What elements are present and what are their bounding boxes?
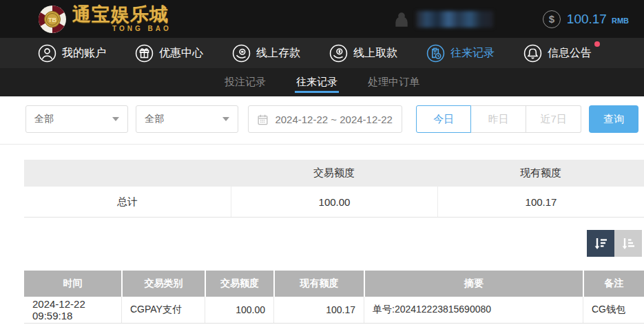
search-button[interactable]: 查询 [589,105,638,133]
user-icon [38,44,56,63]
records-table-header: 时间 交易类别 交易额度 现有额度 摘要 备注 [24,271,644,297]
avatar-icon [393,10,411,28]
yesterday-button[interactable]: 昨日 [471,105,526,133]
main-nav: 我的账户 优惠中心 线上存款 [0,38,644,68]
poker-chip-logo-icon: TB [38,5,67,34]
site-logo[interactable]: TB 通宝娱乐城 TONG BAO [38,5,172,34]
nav-item-deposit[interactable]: 线上存款 [232,44,300,63]
svg-text:TB: TB [48,17,56,23]
balance-amount: 100.17 [567,12,607,27]
nav-label: 优惠中心 [159,46,203,61]
cell-time: 2024-12-22 09:59:18 [24,297,121,323]
summary-table-header: 交易额度 现有额度 [24,160,644,187]
sort-ascending-icon [620,235,636,252]
sort-controls [0,230,642,257]
logo-name-en: TONG BAO [112,25,172,32]
tab-processing-orders[interactable]: 处理中订单 [368,68,419,96]
sort-descending-button[interactable] [587,230,614,257]
table-row: 2024-12-22 09:59:18 CGPAY支付 100.00 100.1… [24,297,644,324]
summary-total-row: 总计 100.00 100.17 [24,187,644,218]
sort-descending-icon [592,235,609,252]
nav-item-transaction-records[interactable]: 往来记录 [426,44,495,63]
quick-date-buttons: 今日 昨日 近7日 [416,105,581,133]
today-button[interactable]: 今日 [416,105,471,133]
gift-icon [135,44,154,63]
cell-transaction-amount: 100.00 [205,297,273,323]
summary-current-balance: 100.17 [437,187,644,217]
nav-label: 线上取款 [353,46,397,61]
user-account-area[interactable] [393,10,493,28]
nav-item-announcements[interactable]: 信息公告 [523,44,592,63]
username-blurred [416,11,493,28]
withdraw-icon [329,44,348,63]
filter-row: 全部 全部 2024-12-22 ~ 2024-12-22 今日 昨日 近7日 … [25,105,638,133]
records-table: 时间 交易类别 交易额度 现有额度 摘要 备注 2024-12-22 09:59… [24,271,644,324]
nav-label: 线上存款 [256,46,300,61]
date-range-input[interactable]: 2024-12-22 ~ 2024-12-22 [248,105,402,133]
transaction-records-page: TB 通宝娱乐城 TONG BAO $ 100.17 RMB [0,0,644,327]
tab-betting-records[interactable]: 投注记录 [225,68,266,96]
balance-currency: RMB [612,14,629,25]
bell-icon [523,44,542,63]
nav-item-withdraw[interactable]: 线上取款 [329,44,397,63]
type-dropdown-1[interactable]: 全部 [25,105,128,133]
nav-label: 往来记录 [450,46,495,61]
nav-label: 信息公告 [548,46,592,61]
chevron-down-icon [112,117,119,121]
sort-ascending-button[interactable] [614,230,642,257]
cell-remark: CG钱包 [583,297,644,323]
section-divider [0,144,644,145]
deposit-icon [232,44,251,63]
summary-table: 交易额度 现有额度 总计 100.00 100.17 [24,160,644,218]
date-range-value: 2024-12-22 ~ 2024-12-22 [275,114,393,125]
cell-current-balance: 100.17 [273,297,364,323]
nav-item-promotions[interactable]: 优惠中心 [135,44,203,63]
chevron-down-icon [222,117,229,121]
records-icon [426,44,445,63]
logo-name-cn: 通宝娱乐城 [72,6,172,24]
notification-dot [594,41,600,47]
nav-item-my-account[interactable]: 我的账户 [38,44,106,63]
summary-transaction-amount: 100.00 [231,187,437,217]
dollar-icon: $ [543,10,561,28]
top-bar: TB 通宝娱乐城 TONG BAO $ 100.17 RMB [0,0,644,38]
last-7-days-button[interactable]: 近7日 [526,105,581,133]
balance-display: $ 100.17 RMB [543,10,629,28]
tab-transaction-records[interactable]: 往来记录 [296,68,337,96]
cell-summary: 单号:202412223815690080 [364,297,583,323]
calendar-icon [257,114,269,125]
sub-tab-bar: 投注记录 往来记录 处理中订单 [0,68,644,96]
nav-label: 我的账户 [62,46,106,61]
type-dropdown-2[interactable]: 全部 [136,105,238,133]
summary-total-label: 总计 [24,187,231,217]
cell-transaction-type: CGPAY支付 [121,297,205,323]
